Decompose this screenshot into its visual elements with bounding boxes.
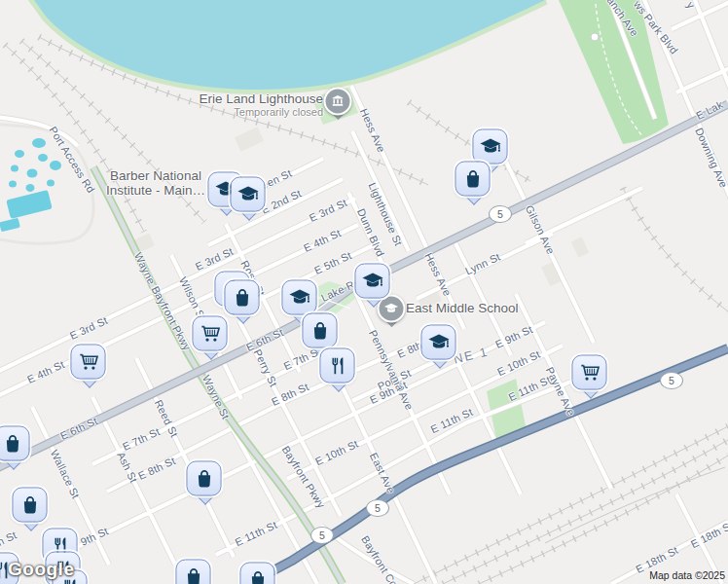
marker-shopping-bag[interactable] (225, 280, 263, 318)
shopping-bag-icon (225, 280, 260, 315)
shopping-bag-icon (13, 488, 48, 523)
google-logo[interactable]: Google (8, 559, 74, 580)
marker-shopping-cart[interactable] (572, 355, 610, 393)
marker-graduation-cap[interactable] (421, 325, 459, 363)
graduation-cap-icon (282, 280, 317, 315)
shopping-cart-icon (71, 345, 106, 380)
marker-graduation-cap[interactable] (231, 177, 269, 215)
graduation-cap-icon (473, 129, 508, 164)
marker-shopping-bag[interactable] (13, 488, 51, 526)
marker-shopping-bag[interactable] (240, 563, 278, 584)
graduation-cap-icon (231, 177, 266, 212)
marker-restaurant[interactable] (320, 348, 358, 386)
route-5-shield: 5 (310, 527, 334, 544)
route-number: 5 (497, 208, 503, 220)
shopping-bag-icon (455, 162, 491, 197)
marker-shopping-cart[interactable] (71, 345, 109, 383)
route-5-shield: 5 (660, 372, 683, 389)
marker-shopping-bag[interactable] (176, 560, 214, 584)
marker-graduation-cap[interactable] (355, 264, 393, 302)
poi-name[interactable]: Barber National (92, 168, 219, 183)
poi-label-barber-national-institute[interactable]: Barber National Institute - Main… (92, 168, 219, 198)
poi-status: Temporarily closed (177, 106, 323, 118)
poi-label-east-middle-school[interactable]: East Middle School (406, 301, 519, 315)
shopping-bag-icon (176, 560, 211, 584)
poi-icon-historic-building[interactable] (324, 88, 352, 116)
marker-shopping-bag[interactable] (187, 461, 225, 499)
restaurant-icon (320, 348, 355, 383)
shopping-cart-icon (193, 316, 228, 351)
shopping-bag-icon (240, 563, 275, 584)
graduation-cap-icon (421, 325, 456, 360)
shopping-bag-icon (303, 313, 338, 348)
poi-name[interactable]: East Middle School (406, 301, 519, 315)
route-number: 5 (375, 502, 381, 514)
poi-name[interactable]: Institute - Main… (92, 183, 219, 198)
map[interactable]: Erie Land Lighthouse Temporarily closed … (0, 0, 728, 584)
route-5-shield: 5 (366, 499, 389, 517)
shopping-cart-icon (572, 355, 607, 390)
marker-shopping-bag[interactable] (303, 313, 341, 351)
shopping-bag-icon (187, 461, 222, 496)
poi-label-erie-land-lighthouse[interactable]: Erie Land Lighthouse Temporarily closed (177, 91, 323, 118)
graduation-cap-icon (355, 264, 390, 299)
map-attribution: Map data ©2025 (649, 569, 725, 581)
route-number: 5 (669, 375, 674, 386)
route-number: 5 (319, 529, 325, 541)
marker-shopping-cart[interactable] (193, 316, 231, 354)
poi-name[interactable]: Erie Land Lighthouse (177, 91, 323, 106)
marker-shopping-bag[interactable] (0, 426, 33, 464)
historic-building-icon (324, 88, 352, 116)
shopping-bag-icon (0, 426, 30, 461)
marker-shopping-bag[interactable] (455, 162, 493, 200)
route-5-shield: 5 (489, 205, 512, 223)
